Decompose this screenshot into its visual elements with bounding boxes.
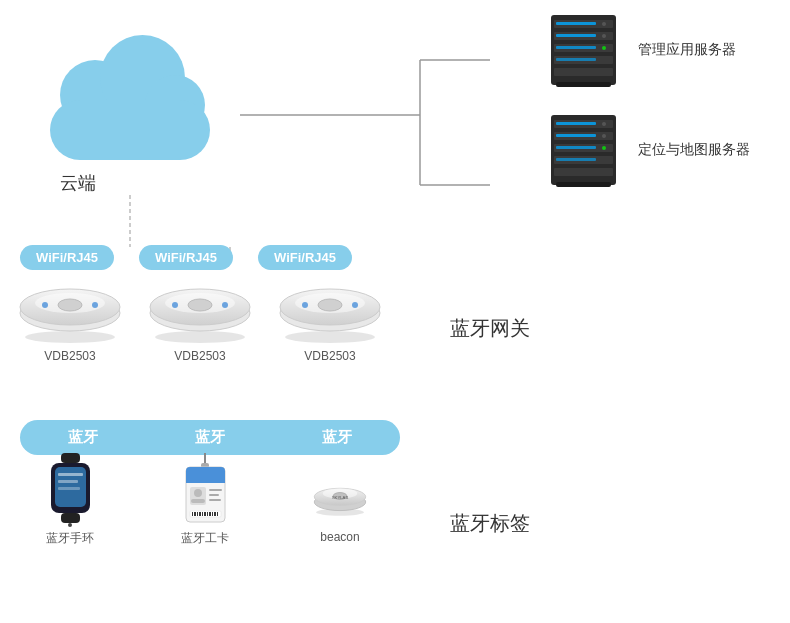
gateway-row: VDB2503 bbox=[15, 275, 385, 363]
svg-point-48 bbox=[222, 302, 228, 308]
bt-device-beacon: SKYLAB beacon bbox=[285, 455, 395, 544]
svg-rect-61 bbox=[58, 487, 80, 490]
svg-rect-56 bbox=[61, 453, 80, 463]
diagram: 云端 bbox=[0, 0, 790, 623]
svg-rect-20 bbox=[556, 82, 611, 87]
beacon-icon: SKYLAB bbox=[310, 455, 370, 525]
svg-point-42 bbox=[155, 331, 245, 343]
svg-point-55 bbox=[352, 302, 358, 308]
svg-point-46 bbox=[188, 299, 212, 311]
server-management-item: 管理应用服务器 bbox=[546, 10, 750, 90]
svg-rect-26 bbox=[554, 168, 613, 176]
idcard-icon bbox=[175, 455, 235, 525]
svg-rect-72 bbox=[209, 489, 222, 491]
svg-rect-15 bbox=[556, 46, 596, 49]
svg-rect-13 bbox=[556, 22, 596, 25]
server-location-icon bbox=[546, 110, 626, 190]
svg-rect-71 bbox=[191, 499, 205, 503]
server-location-item: 定位与地图服务器 bbox=[546, 110, 750, 190]
gateway-3-icon bbox=[275, 275, 385, 345]
cloud-label: 云端 bbox=[60, 171, 96, 195]
gateway-1-label: VDB2503 bbox=[44, 349, 95, 363]
svg-rect-30 bbox=[556, 158, 596, 161]
svg-rect-59 bbox=[58, 473, 83, 476]
bt-badge-1: 蓝牙 bbox=[48, 428, 118, 447]
svg-rect-62 bbox=[61, 513, 80, 523]
svg-rect-84 bbox=[212, 512, 213, 516]
svg-point-19 bbox=[602, 46, 606, 50]
svg-rect-77 bbox=[194, 512, 196, 516]
svg-point-31 bbox=[602, 122, 606, 126]
svg-point-17 bbox=[602, 22, 606, 26]
gateway-2-label: VDB2503 bbox=[174, 349, 225, 363]
server-management-label: 管理应用服务器 bbox=[638, 41, 736, 59]
svg-rect-80 bbox=[202, 512, 203, 516]
svg-rect-85 bbox=[214, 512, 216, 516]
svg-point-54 bbox=[302, 302, 308, 308]
svg-rect-68 bbox=[186, 475, 225, 483]
bluetooth-row: 蓝牙 蓝牙 蓝牙 bbox=[20, 420, 400, 455]
svg-rect-81 bbox=[204, 512, 206, 516]
svg-text:SKYLAB: SKYLAB bbox=[332, 495, 349, 500]
idcard-label: 蓝牙工卡 bbox=[181, 530, 229, 547]
svg-rect-86 bbox=[217, 512, 218, 516]
svg-rect-82 bbox=[207, 512, 208, 516]
server-management-icon bbox=[546, 10, 626, 90]
svg-rect-34 bbox=[556, 182, 611, 187]
svg-rect-28 bbox=[556, 134, 596, 137]
svg-point-35 bbox=[25, 331, 115, 343]
server-container: 管理应用服务器 bbox=[546, 10, 750, 190]
svg-rect-27 bbox=[556, 122, 596, 125]
svg-rect-60 bbox=[58, 480, 78, 483]
bt-device-wristband: 蓝牙手环 bbox=[15, 455, 125, 547]
bt-device-idcard: 蓝牙工卡 bbox=[150, 455, 260, 547]
gateway-2: VDB2503 bbox=[145, 275, 255, 363]
wristband-icon bbox=[40, 455, 100, 525]
svg-point-40 bbox=[42, 302, 48, 308]
svg-rect-74 bbox=[209, 499, 221, 501]
svg-point-53 bbox=[318, 299, 342, 311]
cloud: 云端 bbox=[40, 60, 240, 190]
gateway-3-label: VDB2503 bbox=[304, 349, 355, 363]
svg-point-33 bbox=[602, 146, 606, 150]
svg-point-18 bbox=[602, 34, 606, 38]
wifi-badge-3: WiFi/RJ45 bbox=[258, 245, 352, 270]
wifi-badge-2: WiFi/RJ45 bbox=[139, 245, 233, 270]
beacon-label: beacon bbox=[320, 530, 359, 544]
svg-point-41 bbox=[92, 302, 98, 308]
svg-rect-78 bbox=[197, 512, 198, 516]
bt-badge-2: 蓝牙 bbox=[175, 428, 245, 447]
svg-point-39 bbox=[58, 299, 82, 311]
svg-rect-29 bbox=[556, 146, 596, 149]
svg-rect-16 bbox=[556, 58, 596, 61]
svg-rect-76 bbox=[192, 512, 193, 516]
svg-point-47 bbox=[172, 302, 178, 308]
svg-point-49 bbox=[285, 331, 375, 343]
svg-point-32 bbox=[602, 134, 606, 138]
svg-rect-83 bbox=[209, 512, 211, 516]
svg-rect-79 bbox=[199, 512, 201, 516]
svg-point-63 bbox=[68, 523, 72, 527]
wristband-label: 蓝牙手环 bbox=[46, 530, 94, 547]
bt-section-label: 蓝牙标签 bbox=[450, 510, 530, 537]
bt-devices-row: 蓝牙手环 bbox=[15, 455, 395, 547]
gateway-1-icon bbox=[15, 275, 125, 345]
wifi-row: WiFi/RJ45 WiFi/RJ45 WiFi/RJ45 bbox=[20, 245, 352, 270]
bt-badge-3: 蓝牙 bbox=[302, 428, 372, 447]
server-location-label: 定位与地图服务器 bbox=[638, 141, 750, 159]
svg-point-70 bbox=[194, 489, 202, 497]
gateway-section-label: 蓝牙网关 bbox=[450, 315, 530, 342]
wifi-badge-1: WiFi/RJ45 bbox=[20, 245, 114, 270]
gateway-3: VDB2503 bbox=[275, 275, 385, 363]
gateway-1: VDB2503 bbox=[15, 275, 125, 363]
svg-rect-14 bbox=[556, 34, 596, 37]
gateway-2-icon bbox=[145, 275, 255, 345]
svg-rect-73 bbox=[209, 494, 219, 496]
svg-rect-12 bbox=[554, 68, 613, 76]
